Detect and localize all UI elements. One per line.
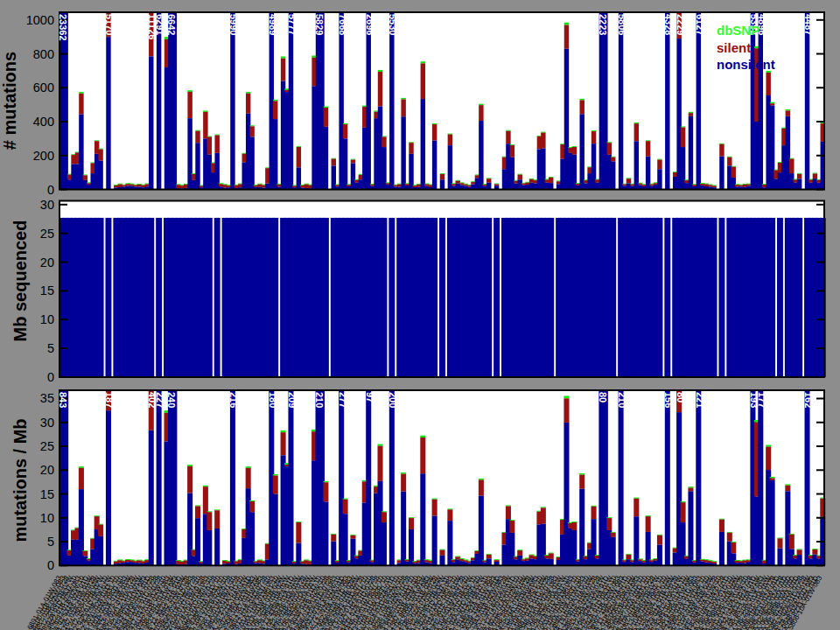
svg-text:2223: 2223: [598, 14, 608, 35]
svg-text:227: 227: [155, 392, 165, 408]
svg-text:80: 80: [676, 392, 686, 402]
svg-text:5806: 5806: [617, 14, 627, 35]
svg-text:35: 35: [40, 391, 54, 405]
svg-text:177: 177: [757, 392, 767, 408]
svg-text:240: 240: [166, 392, 177, 408]
svg-text:23362: 23362: [58, 14, 68, 41]
svg-text:0: 0: [47, 370, 54, 384]
svg-text:25: 25: [40, 439, 54, 453]
svg-text:187: 187: [104, 392, 115, 408]
svg-text:277: 277: [338, 392, 348, 408]
svg-text:6291: 6291: [155, 14, 165, 35]
svg-text:20: 20: [40, 256, 54, 270]
svg-text:210: 210: [314, 392, 325, 408]
svg-text:5170: 5170: [104, 14, 115, 35]
svg-text:nonsilent: nonsilent: [717, 57, 775, 72]
svg-text:20: 20: [40, 463, 54, 477]
svg-text:200: 200: [33, 149, 54, 163]
svg-text:10: 10: [40, 312, 54, 326]
svg-text:800: 800: [33, 47, 54, 61]
svg-text:4989: 4989: [268, 14, 278, 35]
svg-text:5: 5: [47, 341, 54, 355]
svg-text:97: 97: [365, 392, 375, 402]
svg-text:5: 5: [47, 535, 54, 549]
svg-text:30: 30: [40, 416, 54, 430]
svg-text:30: 30: [40, 198, 54, 212]
svg-text:400: 400: [33, 115, 54, 129]
svg-text:5777: 5777: [287, 14, 298, 35]
svg-text:6127: 6127: [695, 14, 705, 35]
svg-text:1000: 1000: [26, 13, 54, 27]
svg-text:209: 209: [287, 392, 298, 408]
svg-text:0: 0: [47, 183, 54, 197]
svg-text:silent: silent: [717, 40, 751, 55]
svg-text:15: 15: [40, 487, 54, 501]
svg-text:# mutations: # mutations: [0, 52, 19, 150]
svg-text:0: 0: [47, 558, 54, 572]
svg-text:162: 162: [803, 392, 814, 408]
svg-text:15: 15: [40, 284, 54, 298]
svg-text:5829: 5829: [314, 14, 325, 35]
svg-text:80: 80: [598, 392, 608, 402]
svg-text:180: 180: [268, 392, 278, 408]
svg-text:7668: 7668: [338, 14, 348, 35]
svg-text:6642: 6642: [166, 14, 177, 35]
svg-text:221: 221: [695, 392, 705, 408]
svg-text:5530: 5530: [388, 14, 398, 35]
svg-text:600: 600: [33, 80, 54, 94]
svg-text:4487: 4487: [803, 14, 814, 35]
svg-text:5990: 5990: [228, 14, 239, 35]
svg-text:2696: 2696: [365, 14, 375, 35]
svg-text:10: 10: [40, 511, 54, 525]
svg-text:dbSNP: dbSNP: [717, 23, 760, 38]
svg-text:mutations / Mb: mutations / Mb: [10, 418, 30, 542]
svg-text:2229: 2229: [676, 14, 686, 35]
svg-text:843: 843: [58, 392, 68, 408]
svg-text:25: 25: [40, 227, 54, 241]
svg-text:216: 216: [228, 392, 239, 408]
svg-text:156: 156: [663, 392, 674, 408]
svg-text:Mb sequenced: Mb sequenced: [10, 220, 30, 342]
svg-text:210: 210: [617, 392, 627, 408]
svg-text:4328: 4328: [663, 14, 674, 35]
svg-text:200: 200: [388, 392, 398, 408]
